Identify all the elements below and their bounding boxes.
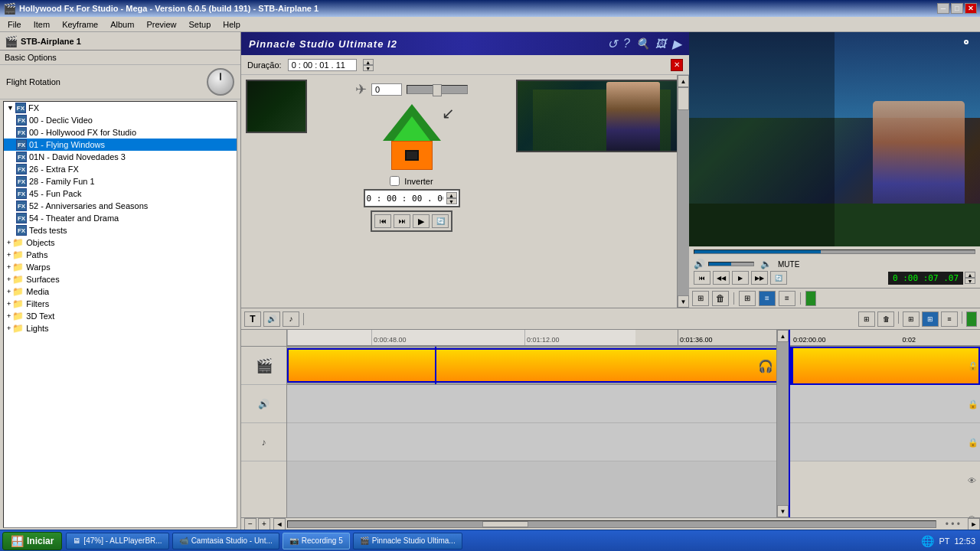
- taskbar-item-camtasia[interactable]: 📹 Camtasia Studio - Unt...: [172, 533, 279, 549]
- tree-item-family[interactable]: FX 28 - Family Fun 1: [4, 175, 237, 187]
- menu-setup[interactable]: Setup: [183, 18, 217, 31]
- rotation-row: ✈: [318, 81, 505, 98]
- preview-tool-4[interactable]: ≡: [759, 291, 776, 306]
- tl-vscroll-up[interactable]: ▲: [777, 330, 789, 342]
- flight-rotation-knob[interactable]: [207, 68, 234, 96]
- time-down-btn[interactable]: ▼: [965, 278, 975, 284]
- tree-item-paths[interactable]: + 📁 Paths: [4, 249, 237, 261]
- duration-input[interactable]: [288, 59, 357, 71]
- transport-prev-btn[interactable]: ⏭: [394, 214, 410, 228]
- preview-tool-1[interactable]: ⊞: [692, 291, 709, 306]
- tl-music-icon[interactable]: ♪: [283, 311, 299, 327]
- close-button[interactable]: ✕: [965, 3, 977, 14]
- tree-item-declic[interactable]: FX 00 - Declic Video: [4, 114, 237, 126]
- h-scroll-track[interactable]: [287, 520, 936, 528]
- tl-trash-btn[interactable]: 🗑: [877, 311, 894, 327]
- taskbar-item-recording[interactable]: 📷 Recording 5: [283, 533, 350, 549]
- tree-item-extra[interactable]: FX 26 - Extra FX: [4, 163, 237, 175]
- tree-item-theater[interactable]: FX 54 - Theater and Drama: [4, 212, 237, 224]
- tree-item-filters[interactable]: + 📁 Filters: [4, 298, 237, 310]
- tl-grid-btn2[interactable]: ⊞: [903, 311, 920, 327]
- undo-icon[interactable]: ↺: [607, 37, 617, 51]
- tree-root-fx[interactable]: ▼ FX FX: [4, 102, 237, 114]
- volume-slider[interactable]: [708, 262, 754, 266]
- tree-item-flying-windows[interactable]: FX 01 - Flying Windows: [4, 139, 237, 151]
- tree-item-surfaces[interactable]: + 📁 Surfaces: [4, 273, 237, 285]
- zoom-out-btn[interactable]: −: [244, 518, 256, 530]
- time-up-btn[interactable]: ▲: [965, 272, 975, 278]
- tree-item-david[interactable]: FX 01N - David Novedades 3: [4, 151, 237, 163]
- tl-text-tool[interactable]: T: [244, 311, 261, 327]
- tl-audio-icon[interactable]: 🔊: [263, 311, 280, 327]
- restore-button[interactable]: □: [951, 3, 963, 14]
- preview-tool-3[interactable]: ⊞: [739, 291, 756, 306]
- preview-ffwd-btn[interactable]: ▶▶: [751, 271, 768, 285]
- preview-tool-green[interactable]: [805, 291, 816, 306]
- preview-rewind-btn[interactable]: ◀◀: [713, 271, 730, 285]
- tree-item-hollywood[interactable]: FX 00 - Hollywood FX for Studio: [4, 126, 237, 139]
- tree-item-3dtext[interactable]: + 📁 3D Text: [4, 310, 237, 322]
- taskbar-item-allplayer[interactable]: 🖥 [47%] - ALLPlayerBR...: [66, 533, 168, 549]
- menu-preview[interactable]: Preview: [140, 18, 182, 31]
- start-button[interactable]: 🪟 Iniciar: [2, 532, 62, 550]
- vscroll-up-btn[interactable]: ▲: [678, 75, 689, 87]
- video-clip-1[interactable]: [287, 348, 789, 383]
- lock-icon-1: 🔒: [968, 347, 978, 385]
- menu-item[interactable]: Item: [28, 18, 56, 31]
- music-track-icon: ♪: [262, 437, 266, 448]
- menu-help[interactable]: Help: [217, 18, 247, 31]
- tree-item-fun[interactable]: FX 45 - Fun Pack: [4, 187, 237, 200]
- tree-item-warps[interactable]: + 📁 Warps: [4, 261, 237, 273]
- pinnacle-icon: 🎬: [360, 536, 369, 545]
- taskbar-item-pinnacle[interactable]: 🎬 Pinnacle Studio Ultima...: [353, 533, 462, 549]
- h-scroll-left-btn[interactable]: ◄: [273, 518, 286, 530]
- h-scroll-thumb[interactable]: [482, 521, 528, 527]
- vscroll-thumb[interactable]: [678, 87, 689, 110]
- transport-play-btn[interactable]: ▶: [413, 214, 430, 228]
- tl-down-btn[interactable]: ▼: [446, 198, 457, 204]
- zoom-in-btn[interactable]: +: [258, 518, 270, 530]
- preview-play-btn[interactable]: ▶: [732, 271, 749, 285]
- tree-item-teds[interactable]: FX Teds tests: [4, 224, 237, 236]
- minimize-button[interactable]: ─: [937, 3, 949, 14]
- menu-album[interactable]: Album: [104, 18, 140, 31]
- speed-slider[interactable]: [407, 85, 468, 94]
- close-fx-button[interactable]: ✕: [671, 59, 683, 71]
- preview-loop-btn[interactable]: 🔄: [770, 271, 787, 285]
- search-icon[interactable]: 🔍: [636, 37, 649, 50]
- tl-grid-btn3[interactable]: ⊞: [922, 311, 939, 327]
- preview-tool-trash[interactable]: 🗑: [712, 291, 729, 306]
- tree-item-media[interactable]: + 📁 Media: [4, 285, 237, 298]
- tree-item-objects[interactable]: + 📁 Objects: [4, 236, 237, 249]
- duration-up-btn[interactable]: ▲: [363, 59, 374, 65]
- preview-tool-5[interactable]: ≡: [779, 291, 795, 306]
- transport-loop-btn[interactable]: 🔄: [432, 214, 449, 228]
- timeline-spinner[interactable]: ▲ ▼: [446, 192, 457, 204]
- view-icon[interactable]: 🖼: [655, 37, 666, 50]
- menu-keyframe[interactable]: Keyframe: [56, 18, 104, 31]
- tl-grid-btn1[interactable]: ⊞: [858, 311, 875, 327]
- expand-icon: +: [7, 324, 11, 332]
- help-icon[interactable]: ?: [623, 37, 630, 51]
- h-scroll-right-btn[interactable]: ►: [968, 518, 980, 530]
- preview-progress-bar[interactable]: [694, 249, 975, 254]
- timeline-value-input[interactable]: [367, 194, 443, 204]
- right-video-clip[interactable]: [790, 347, 980, 385]
- tl-up-btn[interactable]: ▲: [446, 192, 457, 198]
- duration-down-btn[interactable]: ▼: [363, 65, 374, 71]
- tree-item-anniv[interactable]: FX 52 - Anniversaries and Seasons: [4, 200, 237, 212]
- inverter-checkbox[interactable]: [390, 176, 400, 186]
- rotation-value-input[interactable]: [371, 83, 402, 96]
- transport-rewind-btn[interactable]: ⏮: [374, 214, 391, 228]
- duration-spinner[interactable]: ▲ ▼: [363, 59, 374, 71]
- tl-list-btn[interactable]: ≡: [941, 311, 958, 327]
- tl-vscroll-down[interactable]: ▼: [777, 505, 789, 517]
- preview-goto-start-btn[interactable]: ⏮: [694, 271, 710, 285]
- tl-green-btn[interactable]: [966, 311, 977, 327]
- forward-icon[interactable]: ▶: [672, 37, 681, 51]
- tree-item-lights[interactable]: + 📁 Lights: [4, 322, 237, 334]
- preview-time-spinner[interactable]: ▲ ▼: [965, 272, 975, 284]
- vscroll-down-btn[interactable]: ▼: [678, 295, 689, 308]
- menu-file[interactable]: File: [2, 18, 28, 31]
- camtasia-label: Camtasia Studio - Unt...: [191, 536, 273, 545]
